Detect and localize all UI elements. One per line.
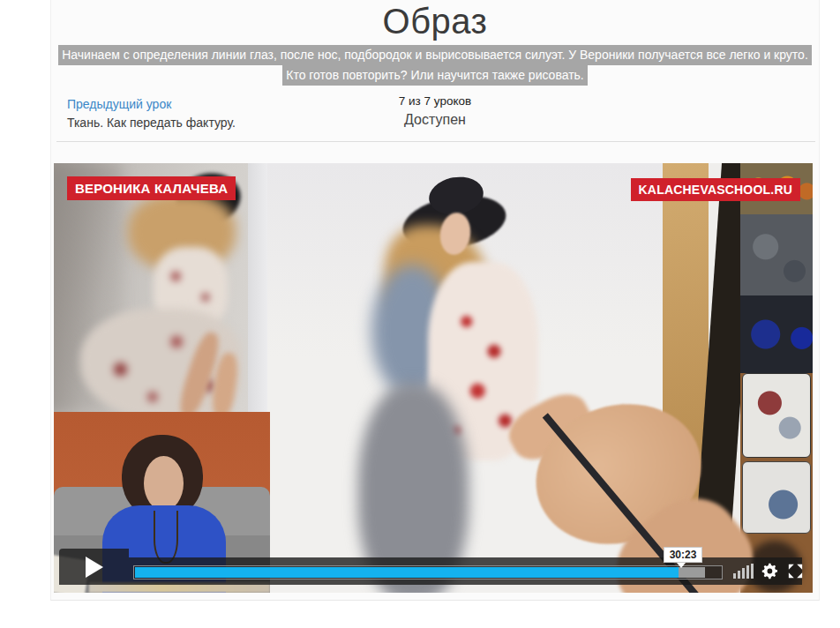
lesson-counter: 7 из 7 уроков (51, 94, 819, 108)
lesson-description: Начинаем с определения линии глаз, после… (51, 45, 819, 86)
lesson-content: Образ Начинаем с определения линии глаз,… (50, 0, 820, 601)
person-face (144, 456, 184, 511)
description-line-1: Начинаем с определения линии глаз, после… (58, 45, 812, 65)
video-badge-author: ВЕРОНИКА КАЛАЧЕВА (67, 176, 236, 200)
play-icon (86, 557, 103, 578)
progress-handle[interactable] (679, 567, 705, 578)
necklace (154, 511, 178, 564)
volume-icon[interactable] (733, 564, 754, 579)
reference-photo (54, 163, 248, 412)
settings-gear-icon[interactable] (761, 562, 779, 580)
palette-blue-pans (740, 295, 813, 373)
video-badge-site: KALACHEVASCHOOL.RU (631, 178, 800, 201)
play-button[interactable] (59, 549, 129, 585)
tooltip-pointer (677, 563, 686, 568)
time-tooltip-value: 30:23 (670, 549, 697, 561)
photo-edge-strip (248, 163, 267, 412)
progress-bar[interactable] (133, 565, 723, 579)
lesson-status: Доступен (51, 112, 819, 128)
progress-fill (135, 567, 679, 578)
page-title: Образ (51, 2, 819, 41)
lesson-progress-block: 7 из 7 уроков Доступен (51, 94, 819, 128)
fullscreen-icon[interactable] (788, 564, 803, 579)
time-tooltip: 30:23 (664, 547, 702, 563)
divider (56, 141, 815, 142)
description-line-2: Кто готов повторить? Или научится также … (282, 65, 588, 86)
page: Образ Начинаем с определения линии глаз,… (0, 0, 840, 628)
video-player[interactable]: ВЕРОНИКА КАЛАЧЕВА KALACHEVASCHOOL.RU (54, 163, 813, 593)
palette-mixing-dark (740, 214, 813, 295)
